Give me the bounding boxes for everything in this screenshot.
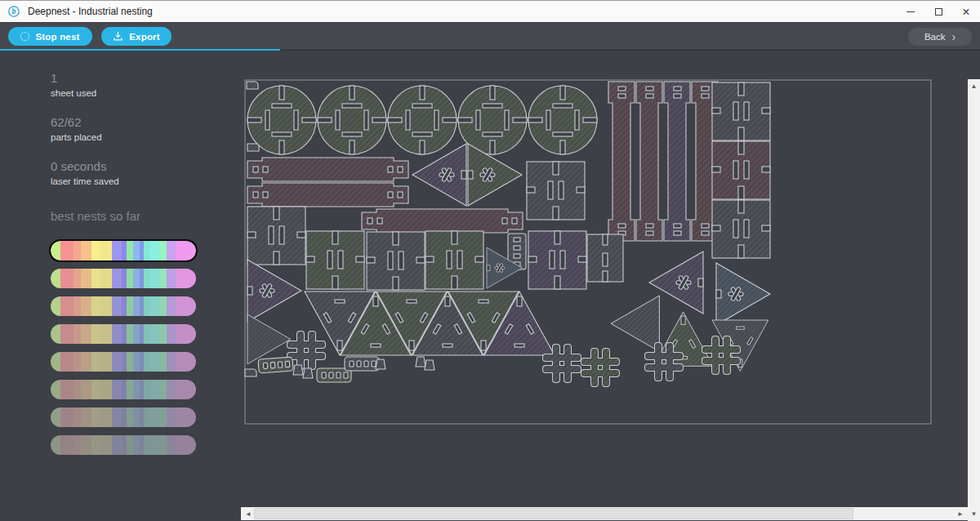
nest-stripe: [159, 407, 167, 427]
scroll-right-icon[interactable]: ►: [953, 510, 968, 518]
nest-stripe: [74, 324, 81, 344]
nest-stripe: [51, 435, 60, 455]
nest-stripe: [149, 296, 159, 316]
nest-stripe: [51, 352, 60, 372]
nest-stripe: [159, 324, 167, 344]
nest-stripe: [149, 324, 159, 344]
nest-stripe: [60, 269, 74, 288]
nest-stripe: [100, 352, 111, 372]
nest-preview[interactable]: [51, 324, 196, 344]
nest-stripe: [167, 435, 176, 455]
nest-stripe: [144, 324, 149, 344]
nest-stripe: [91, 435, 100, 455]
nest-stripe: [91, 407, 100, 427]
nest-stripe: [127, 380, 134, 399]
stat-sheets-label: sheet used: [51, 87, 196, 100]
nest-stripe: [127, 352, 134, 372]
stop-nest-button[interactable]: Stop nest: [8, 27, 92, 46]
nest-stripe: [176, 296, 196, 316]
nest-stripe: [74, 269, 81, 288]
close-icon: ×: [962, 8, 969, 16]
sidebar: 1 sheet used 62/62 parts placed 0 second…: [51, 70, 196, 455]
nest-stripe: [60, 324, 74, 344]
nest-stripe: [176, 407, 196, 427]
maximize-button[interactable]: [924, 1, 952, 23]
nest-stripe: [112, 380, 122, 399]
nest-stripe: [100, 241, 111, 260]
stat-parts: 62/62 parts placed: [51, 114, 196, 144]
horizontal-scrollbar-thumb[interactable]: [254, 508, 853, 519]
nest-stripe: [176, 241, 196, 260]
nest-stripe: [51, 241, 60, 260]
title-bar[interactable]: Deepnest - Industrial nesting ×: [0, 0, 980, 22]
nest-stripe: [91, 380, 100, 399]
export-label: Export: [129, 32, 160, 42]
nest-stripe: [100, 435, 111, 455]
back-label: Back: [924, 32, 946, 42]
nest-list: [51, 241, 196, 455]
nest-stripe: [133, 324, 139, 344]
nest-stripe: [144, 352, 149, 372]
nest-stripe: [127, 407, 134, 427]
nest-stripe: [144, 435, 149, 455]
nest-stripe: [127, 435, 134, 455]
nest-stripe: [159, 269, 167, 288]
nest-stripe: [81, 380, 91, 399]
nest-stripe: [91, 296, 100, 316]
nest-stripe: [112, 324, 122, 344]
nest-preview[interactable]: [51, 435, 196, 455]
nest-stripe: [149, 269, 159, 288]
nest-preview[interactable]: [51, 296, 196, 316]
nest-stripe: [176, 269, 196, 288]
nest-preview[interactable]: [51, 269, 196, 288]
close-button[interactable]: ×: [952, 1, 980, 23]
nest-stripe: [51, 296, 60, 316]
stat-time-label: laser time saved: [51, 176, 196, 188]
nest-stripe: [51, 324, 60, 344]
nest-stripe: [144, 380, 149, 399]
vertical-scrollbar[interactable]: ▲ ▼: [968, 79, 980, 521]
nest-stripe: [159, 241, 167, 260]
minimize-button[interactable]: [897, 1, 924, 23]
nest-stripe: [149, 435, 159, 455]
nest-stripe: [133, 407, 139, 427]
scroll-up-icon[interactable]: ▲: [971, 79, 978, 93]
nest-stripe: [167, 407, 176, 427]
nest-stripe: [74, 241, 81, 260]
nest-preview[interactable]: [51, 380, 196, 399]
nest-stripe: [100, 407, 111, 427]
stat-parts-label: parts placed: [51, 131, 196, 144]
nest-stripe: [167, 296, 176, 316]
nest-stripe: [159, 352, 167, 372]
horizontal-scrollbar[interactable]: ◄ ►: [241, 507, 968, 520]
export-button[interactable]: Export: [101, 27, 172, 46]
stop-nest-label: Stop nest: [35, 32, 79, 42]
scroll-down-icon[interactable]: ▼: [971, 507, 978, 521]
nest-stripe: [133, 296, 139, 316]
nest-stripe: [91, 241, 100, 260]
nest-stripe: [112, 296, 122, 316]
stat-sheets-value: 1: [51, 70, 196, 86]
nest-stripe: [60, 435, 74, 455]
nest-stripe: [167, 324, 176, 344]
nest-stripe: [144, 241, 149, 260]
nested-parts: [245, 82, 770, 386]
window-controls: ×: [897, 1, 980, 23]
chevron-right-icon: ›: [951, 33, 956, 41]
nest-stripe: [81, 352, 91, 372]
nest-stripe: [176, 324, 196, 344]
nest-stripe: [60, 407, 74, 427]
nest-preview[interactable]: [51, 241, 196, 260]
stat-time-value: 0 seconds: [51, 158, 196, 174]
nest-canvas: [237, 51, 980, 507]
best-nests-heading: best nests so far: [51, 209, 196, 223]
nest-stripe: [100, 324, 111, 344]
nest-stripe: [91, 352, 100, 372]
nest-preview[interactable]: [51, 352, 196, 372]
export-icon: [113, 31, 123, 42]
nest-stripe: [112, 269, 122, 288]
back-button[interactable]: Back ›: [908, 28, 972, 46]
nest-stripe: [133, 241, 139, 260]
nest-preview[interactable]: [51, 407, 196, 427]
nest-stripe: [144, 296, 149, 316]
